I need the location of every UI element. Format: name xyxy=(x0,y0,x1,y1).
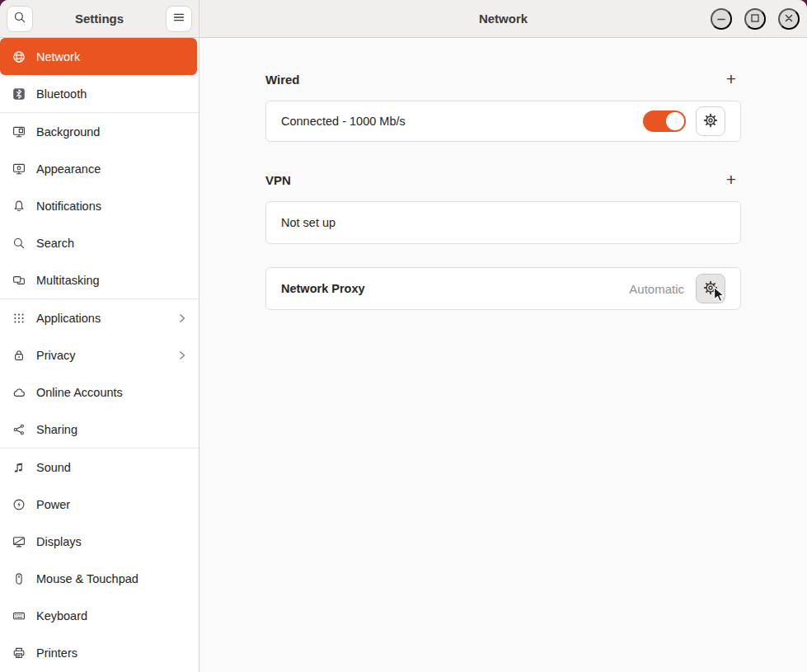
windows-icon xyxy=(12,274,26,287)
sidebar-item-label: Search xyxy=(36,237,186,250)
chevron-right-icon xyxy=(178,350,186,360)
sidebar-item-label: Notifications xyxy=(36,200,186,213)
wired-toggle[interactable] xyxy=(643,110,686,132)
sidebar-item-background[interactable]: Background xyxy=(0,113,199,150)
app-grid-icon xyxy=(12,312,26,325)
sidebar-item-privacy[interactable]: Privacy xyxy=(0,336,199,374)
network-proxy-title: Network Proxy xyxy=(281,282,629,295)
wired-section-header: Wired + xyxy=(265,71,741,87)
sidebar-item-applications[interactable]: Applications xyxy=(0,299,199,336)
sidebar-item-network[interactable]: Network xyxy=(0,38,197,75)
close-button[interactable] xyxy=(778,8,800,30)
wired-section-title: Wired xyxy=(265,73,300,87)
bluetooth-icon xyxy=(12,87,26,101)
lock-icon xyxy=(12,349,26,362)
display-icon xyxy=(12,535,26,548)
close-icon xyxy=(782,12,795,27)
minimize-button[interactable] xyxy=(711,8,732,30)
search-button[interactable] xyxy=(7,6,33,32)
gear-icon xyxy=(703,280,718,298)
content-header: Network xyxy=(199,0,807,37)
sidebar-item-mouse-touchpad[interactable]: Mouse & Touchpad xyxy=(0,560,199,597)
page-title: Network xyxy=(479,12,528,26)
chevron-right-icon xyxy=(178,313,186,323)
wired-connection-row[interactable]: Connected - 1000 Mb/s xyxy=(265,101,741,142)
sidebar-item-label: Network xyxy=(36,50,185,63)
keyboard-icon xyxy=(12,609,26,623)
sidebar-item-notifications[interactable]: Notifications xyxy=(0,187,199,224)
toggle-knob xyxy=(666,112,684,130)
sidebar-header: Settings xyxy=(0,0,199,37)
sidebar-item-label: Displays xyxy=(36,535,186,548)
sidebar-item-power[interactable]: Power xyxy=(0,486,199,523)
sidebar-item-multitasking[interactable]: Multitasking xyxy=(0,261,199,298)
mouse-icon xyxy=(12,572,26,585)
sidebar-item-label: Printers xyxy=(36,646,186,660)
sidebar-item-printers[interactable]: Printers xyxy=(0,634,199,671)
minimize-icon xyxy=(715,12,728,27)
maximize-button[interactable] xyxy=(744,8,766,30)
globe-icon xyxy=(12,50,26,63)
printer-icon xyxy=(12,646,26,660)
sidebar: Network Bluetooth xyxy=(0,38,199,672)
sidebar-item-label: Keyboard xyxy=(36,609,186,623)
appearance-icon xyxy=(12,162,26,176)
search-icon xyxy=(13,11,26,26)
sidebar-item-label: Applications xyxy=(36,312,167,325)
sidebar-item-label: Sharing xyxy=(36,423,186,436)
network-proxy-value: Automatic xyxy=(629,282,684,296)
menu-button[interactable] xyxy=(166,6,192,32)
share-icon xyxy=(12,423,26,436)
background-icon xyxy=(12,125,26,139)
hamburger-icon xyxy=(172,11,185,26)
window-controls xyxy=(711,8,800,30)
app-title: Settings xyxy=(33,12,166,26)
sidebar-item-sound[interactable]: Sound xyxy=(0,449,199,486)
proxy-settings-button[interactable] xyxy=(696,274,725,303)
gear-icon xyxy=(703,113,718,130)
headerbar: Settings Network xyxy=(0,0,807,38)
music-note-icon xyxy=(12,461,26,474)
add-vpn-button[interactable]: + xyxy=(721,172,741,188)
sidebar-item-label: Bluetooth xyxy=(36,87,186,101)
network-proxy-row[interactable]: Network Proxy Automatic xyxy=(265,267,741,310)
sidebar-item-appearance[interactable]: Appearance xyxy=(0,150,199,187)
network-panel: Wired + Connected - 1000 Mb/s xyxy=(199,38,807,672)
sidebar-item-label: Privacy xyxy=(36,349,167,362)
main-area: Network Bluetooth xyxy=(0,38,807,672)
add-wired-connection-button[interactable]: + xyxy=(721,71,741,87)
sidebar-item-keyboard[interactable]: Keyboard xyxy=(0,597,199,634)
cloud-icon xyxy=(12,386,26,399)
sidebar-item-search[interactable]: Search xyxy=(0,224,199,261)
vpn-status-text: Not set up xyxy=(281,216,725,229)
magnifier-icon xyxy=(12,237,26,250)
sidebar-item-label: Power xyxy=(36,498,186,511)
sidebar-item-label: Appearance xyxy=(36,162,186,176)
sidebar-item-label: Multitasking xyxy=(36,274,186,287)
sidebar-item-bluetooth[interactable]: Bluetooth xyxy=(0,75,199,112)
sidebar-item-label: Online Accounts xyxy=(36,386,186,399)
vpn-status-row[interactable]: Not set up xyxy=(265,201,741,244)
bell-icon xyxy=(12,200,26,213)
settings-window: Settings Network xyxy=(0,0,807,672)
sidebar-item-displays[interactable]: Displays xyxy=(0,523,199,560)
power-icon xyxy=(12,498,26,511)
wired-status-text: Connected - 1000 Mb/s xyxy=(281,115,643,128)
wired-settings-button[interactable] xyxy=(696,106,725,136)
sidebar-item-online-accounts[interactable]: Online Accounts xyxy=(0,374,199,411)
sidebar-item-label: Mouse & Touchpad xyxy=(36,572,186,585)
maximize-icon xyxy=(748,12,762,27)
sidebar-item-label: Sound xyxy=(36,461,186,474)
sidebar-item-sharing[interactable]: Sharing xyxy=(0,411,199,448)
vpn-section-title: VPN xyxy=(265,173,291,187)
vpn-section-header: VPN + xyxy=(265,172,741,188)
sidebar-item-label: Background xyxy=(36,125,186,139)
